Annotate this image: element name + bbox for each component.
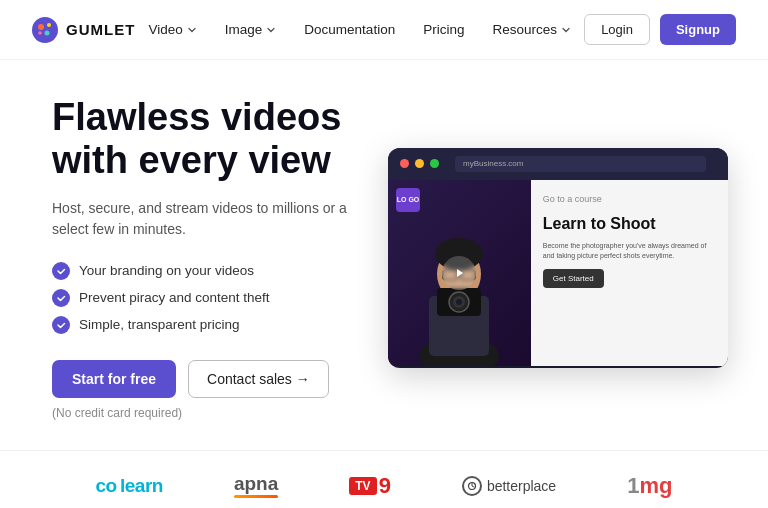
svg-point-1 <box>38 24 44 30</box>
gumlet-logo-icon <box>32 17 58 43</box>
nav-link-docs[interactable]: Documentation <box>304 22 395 37</box>
apna-underline <box>234 495 278 498</box>
chevron-down-icon <box>561 25 571 35</box>
start-free-button[interactable]: Start for free <box>52 360 176 398</box>
hero-subtitle: Host, secure, and stream videos to milli… <box>52 198 372 240</box>
check-icon-1 <box>52 262 70 280</box>
video-mockup-container: myBusiness.com LO GO <box>388 148 728 368</box>
play-button[interactable] <box>442 256 476 290</box>
hero-title: Flawless videos with every view <box>52 96 372 182</box>
mockup-body: LO GO <box>388 180 728 366</box>
svg-point-4 <box>38 31 42 35</box>
tv9-number: 9 <box>379 473 391 499</box>
nav-link-pricing[interactable]: Pricing <box>423 22 464 37</box>
brand-colearn: co learn <box>96 475 163 497</box>
nav-link-video[interactable]: Video <box>149 22 197 37</box>
logos-strip: co learn apna TV 9 betterplace 1mg <box>0 450 768 508</box>
mockup-url-text: myBusiness.com <box>463 159 523 168</box>
feature-item-2: Prevent piracy and content theft <box>52 289 372 307</box>
dot-yellow <box>415 159 424 168</box>
brand-tv9: TV 9 <box>349 473 391 499</box>
check-icon-3 <box>52 316 70 334</box>
nav-links: Video Image Documentation Pricing Resour… <box>149 22 571 37</box>
logo[interactable]: GUMLET <box>32 17 135 43</box>
contact-sales-button[interactable]: Contact sales → <box>188 360 329 398</box>
nav-actions: Login Signup <box>584 14 736 45</box>
mockup-content-panel: Go to a course Learn to Shoot Become the… <box>531 180 728 366</box>
nav-link-image[interactable]: Image <box>225 22 277 37</box>
dot-green <box>430 159 439 168</box>
feature-list: Your branding on your videos Prevent pir… <box>52 262 372 334</box>
logo-text: GUMLET <box>66 21 135 38</box>
hero-content: Flawless videos with every view Host, se… <box>52 96 372 420</box>
tv9-box: TV <box>349 477 376 495</box>
video-mockup: myBusiness.com LO GO <box>388 148 728 368</box>
nav-link-resources[interactable]: Resources <box>492 22 571 37</box>
brand-betterplace: betterplace <box>462 476 556 496</box>
signup-button[interactable]: Signup <box>660 14 736 45</box>
svg-point-12 <box>456 299 462 305</box>
check-icon-2 <box>52 289 70 307</box>
feature-item-3: Simple, transparent pricing <box>52 316 372 334</box>
mockup-url-bar: myBusiness.com <box>455 156 706 172</box>
mockup-video-panel: LO GO <box>388 180 531 366</box>
svg-point-3 <box>45 30 50 35</box>
mockup-card-button[interactable]: Get Started <box>543 269 604 288</box>
hero-section: Flawless videos with every view Host, se… <box>0 60 768 440</box>
feature-item-1: Your branding on your videos <box>52 262 372 280</box>
brand-1mg: 1mg <box>627 473 672 499</box>
mockup-go-to-course: Go to a course <box>543 194 716 204</box>
person-silhouette <box>399 216 519 366</box>
dot-red <box>400 159 409 168</box>
brand-apna: apna <box>234 473 278 498</box>
chevron-down-icon <box>266 25 276 35</box>
mockup-card-desc: Become the photographer you've always dr… <box>543 241 716 261</box>
navbar: GUMLET Video Image Documentation Pricing… <box>0 0 768 60</box>
mockup-bar: myBusiness.com <box>388 148 728 180</box>
mockup-card-title: Learn to Shoot <box>543 214 716 233</box>
svg-marker-16 <box>457 269 463 277</box>
betterplace-icon <box>462 476 482 496</box>
login-button[interactable]: Login <box>584 14 650 45</box>
cta-row: Start for free Contact sales → <box>52 360 372 398</box>
svg-point-0 <box>32 17 58 43</box>
betterplace-text: betterplace <box>487 478 556 494</box>
no-credit-text: (No credit card required) <box>52 406 372 420</box>
svg-point-2 <box>47 23 51 27</box>
chevron-down-icon <box>187 25 197 35</box>
